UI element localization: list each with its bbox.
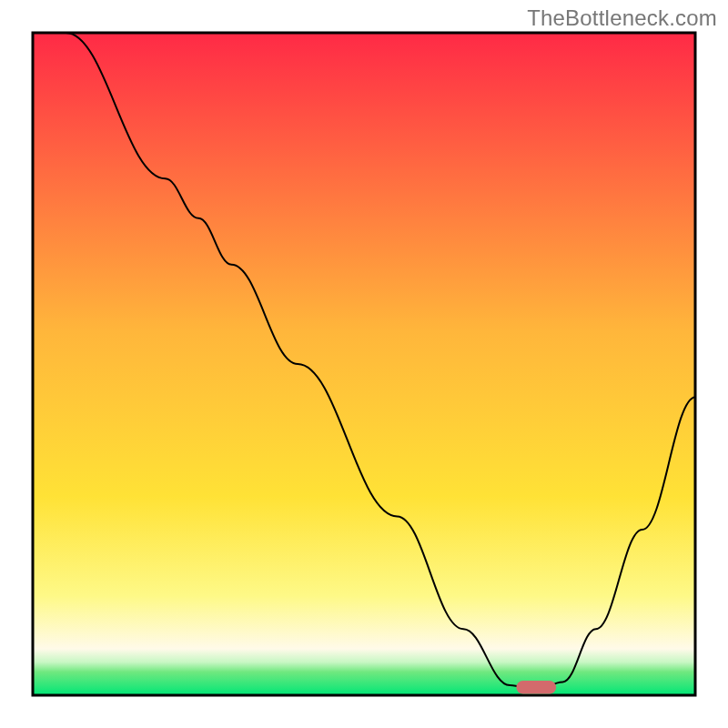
watermark-text: TheBottleneck.com <box>527 5 717 31</box>
plot-gradient-bg <box>33 33 695 695</box>
chart-container: TheBottleneck.com <box>0 0 728 728</box>
optimal-region-marker <box>516 681 556 694</box>
bottleneck-chart <box>0 0 728 728</box>
